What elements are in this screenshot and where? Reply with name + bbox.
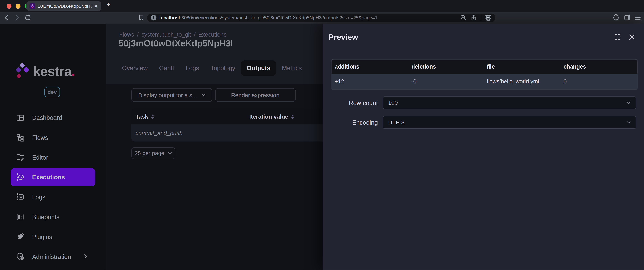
sort-icon[interactable] [291,114,294,119]
kestra-favicon-icon [30,3,36,9]
window-close-button[interactable] [6,4,12,9]
url-bar[interactable]: localhost:8080/ui/executions/system/push… [147,13,495,22]
preview-panel: Preview additions deletions file changes [323,24,644,270]
sidebar-item-blueprints[interactable]: Blueprints [0,207,106,227]
administration-shield-icon [16,252,25,261]
main-content: Flows/system.push_to_git/Executions 50j3… [106,24,644,270]
tab-overview[interactable]: Overview [116,60,154,76]
deletions-cell: -0 [408,78,484,84]
sidebar: kestra. dev Dashboard Flows Editor [0,24,106,270]
toolbar-divider [480,15,481,20]
close-icon[interactable] [628,33,635,40]
sidebar-nav: Dashboard Flows Editor Executions Logs [0,108,106,270]
share-icon[interactable] [470,14,477,21]
tab-bar: Overview Gantt Logs Topology Outputs Met… [116,60,308,76]
tab-outputs[interactable]: Outputs [241,60,276,76]
sidebar-item-label: Logs [32,194,46,201]
preview-table: additions deletions file changes +12 -0 … [331,59,638,90]
breadcrumb-namespace[interactable]: system.push_to_git [142,31,191,38]
zoom-page-icon[interactable] [460,14,467,21]
kestra-logo-icon [16,62,30,81]
sidebar-item-label: Executions [32,174,65,181]
task-cell[interactable]: commit_and_push [132,130,245,136]
column-changes: changes [560,63,638,69]
url-path: :8080/ui/executions/system/push_to_git/5… [180,15,378,20]
logs-icon [16,192,25,202]
sidebar-item-plugins[interactable]: Plugins [0,227,106,247]
sidebar-item-executions[interactable]: Executions [11,168,95,186]
render-expression-button[interactable]: Render expression [215,88,296,102]
browser-tab-title: 50j3mOt0wDtXeKdp5NpH3l | [38,4,92,9]
page-title: 50j3mOt0wDtXeKdp5NpH3l [119,38,233,49]
tab-gantt[interactable]: Gantt [153,60,180,76]
tab-topology[interactable]: Topology [205,60,241,76]
display-output-select[interactable]: Display output for a s... [132,88,212,102]
flows-icon [16,133,25,142]
sidebar-item-flows[interactable]: Flows [0,128,106,147]
extensions-puzzle-icon[interactable] [612,14,620,21]
sidebar-item-label: Plugins [32,233,52,240]
per-page-select[interactable]: 25 per page [132,147,176,159]
column-additions: additions [332,63,408,69]
window-minimize-button[interactable] [16,4,20,9]
sidebar-item-label: Dashboard [32,114,62,121]
reload-icon[interactable] [24,14,32,21]
outputs-table: Task Iteration value commit_and_push [132,109,323,142]
browser-tabbar: 50j3mOt0wDtXeKdp5NpH3l | ✕ + [0,0,644,12]
dashboard-icon [16,113,25,122]
table-row[interactable]: commit_and_push [132,124,323,142]
kestra-logo-text: kestra. [33,62,75,80]
sidebar-item-label: Editor [32,154,48,161]
column-deletions: deletions [408,63,484,69]
sidebar-item-editor[interactable]: Editor [0,147,106,167]
encoding-label: Encoding [326,119,378,126]
sidebar-toggle-icon[interactable] [624,14,631,21]
chevron-down-icon [626,101,631,104]
sidebar-item-label: Blueprints [32,213,60,220]
browser-toolbar: localhost:8080/ui/executions/system/push… [0,12,644,24]
tab-metrics[interactable]: Metrics [276,60,308,76]
new-tab-icon[interactable]: + [106,1,110,9]
encoding-select[interactable]: UTF-8 [383,116,636,129]
file-cell: flows/hello_world.yml [484,78,560,84]
chevron-down-icon [201,93,206,96]
breadcrumb: Flows/system.push_to_git/Executions [119,31,226,38]
plugins-icon [16,232,25,241]
column-iteration-value[interactable]: Iteration value [245,113,323,120]
fullscreen-expand-icon[interactable] [614,33,621,40]
sidebar-item-dashboard[interactable]: Dashboard [0,108,106,127]
forward-icon[interactable] [14,14,21,21]
sidebar-item-label: Flows [32,134,48,141]
executions-icon [16,173,25,182]
logo-dot: . [72,63,75,78]
row-count-select[interactable]: 100 [383,96,636,109]
screen: 50j3mOt0wDtXeKdp5NpH3l | ✕ + localhost:8… [0,0,644,270]
chevron-down-icon [626,121,631,124]
back-icon[interactable] [3,14,10,21]
preview-title: Preview [328,33,358,42]
sidebar-item-label: Administration [32,253,71,260]
url-host: localhost [159,15,180,20]
editor-icon [16,153,25,162]
preview-table-row[interactable]: +12 -0 flows/hello_world.yml 0 [332,74,638,89]
outputs-table-header: Task Iteration value [132,109,323,124]
breadcrumb-flows[interactable]: Flows [119,31,134,38]
sidebar-item-settings[interactable]: Settings [0,267,106,270]
brave-shield-icon[interactable] [485,14,492,21]
kestra-logo[interactable]: kestra. [16,62,75,81]
column-task[interactable]: Task [132,113,245,120]
tab-close-icon[interactable]: ✕ [94,4,98,9]
menu-hamburger-icon[interactable] [634,14,642,21]
sidebar-item-administration[interactable]: Administration [0,247,106,267]
url-text: localhost:8080/ui/executions/system/push… [159,15,457,20]
browser-tab[interactable]: 50j3mOt0wDtXeKdp5NpH3l | ✕ [26,1,102,11]
column-file: file [484,63,560,69]
site-info-icon[interactable] [151,15,156,20]
sort-icon[interactable] [150,114,154,119]
bookmark-icon[interactable] [138,14,145,21]
kestra-app: kestra. dev Dashboard Flows Editor [0,24,644,270]
sidebar-item-logs[interactable]: Logs [0,187,106,207]
tab-logs[interactable]: Logs [180,60,205,76]
breadcrumb-executions[interactable]: Executions [198,31,226,38]
chevron-down-icon [168,152,172,155]
